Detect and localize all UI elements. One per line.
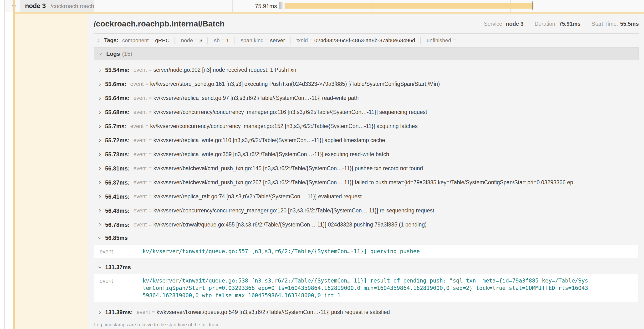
tag-key: node — [181, 38, 193, 44]
log-message: kv/kvserver/replica_write.go:359 [n3,s3,… — [153, 151, 639, 158]
log-message: kv/kvserver/txnwait/queue.go:549 [n3,s3,… — [156, 309, 639, 316]
log-message: kv/kvserver/replica_raft.go:74 [n3,s3,r6… — [153, 193, 639, 200]
log-field-key: event — [134, 151, 147, 158]
log-message: kv/kvserver/concurrency/concurrency_mana… — [150, 123, 639, 130]
log-message: kv/kvserver/replica_send.go:97 [n3,s3,r6… — [153, 95, 639, 101]
chevron-right-icon — [98, 82, 103, 86]
log-row[interactable]: 56.43ms: event = kv/kvserver/concurrency… — [94, 204, 639, 218]
log-message: kv/kvserver/batcheval/cmd_push_txn.go:26… — [153, 179, 639, 186]
equals-sign: = — [148, 67, 152, 73]
chevron-right-icon — [98, 96, 103, 100]
chevron-right-icon — [98, 152, 103, 157]
duration-label: Duration: — [534, 21, 557, 27]
chevron-right-icon — [98, 68, 103, 72]
logs-section-header[interactable]: Logs (15) — [94, 48, 639, 60]
chevron-right-icon — [98, 194, 103, 199]
log-timestamp: 55.54ms: — [105, 67, 130, 74]
chevron-right-icon — [98, 124, 103, 129]
span-detail-panel: /cockroach.roachpb.Internal/Batch Servic… — [88, 14, 644, 329]
log-row[interactable]: 55.73ms: event = kv/kvserver/replica_wri… — [94, 147, 639, 162]
log-field-key: event — [134, 109, 147, 116]
page-title: /cockroach.roachpb.Internal/Batch — [94, 19, 224, 28]
tag-value: 1 — [226, 38, 229, 44]
logs-title: Logs — [106, 50, 120, 57]
start-time-value: 55.5ms — [620, 21, 639, 27]
log-marker — [282, 2, 282, 9]
log-event-line: temConfigSpan/Start pri=0.03293366 epo=0… — [142, 284, 588, 292]
log-row[interactable]: 131.39ms: event = kv/kvserver/txnwait/qu… — [94, 305, 639, 319]
span-row[interactable]: 75.91ms node 3 /cockroach.roach… — [5, 0, 644, 12]
log-field-key: event — [134, 95, 147, 101]
tag-value: server — [270, 38, 285, 44]
detail-row-left-spacer — [15, 14, 88, 329]
chevron-down-icon — [98, 265, 103, 270]
start-time-label: Start Time: — [592, 21, 618, 27]
log-message: server/node.go:902 [n3] node received re… — [153, 67, 639, 73]
overview-service: Service: node 3 — [484, 21, 524, 27]
log-timestamp: 55.68ms: — [105, 109, 130, 116]
log-row[interactable]: 56.37ms: event = kv/kvserver/batcheval/c… — [94, 176, 639, 190]
log-event-line: kv/kvserver/txnwait/queue.go:557 [n3,s3,… — [142, 248, 420, 255]
logs-list: 55.54ms: event = server/node.go:902 [n3]… — [94, 60, 639, 319]
log-field-key: event — [97, 248, 142, 255]
tag-item: component = gRPC — [122, 38, 175, 44]
log-timestamp: 56.41ms: — [105, 193, 130, 200]
chevron-right-icon — [98, 110, 103, 115]
span-bar[interactable] — [284, 3, 534, 8]
chevron-right-icon — [98, 208, 103, 213]
log-field-key: event — [136, 309, 150, 316]
tag-key: unfinished — [427, 38, 451, 44]
log-row-expanded[interactable]: 131.37ms — [94, 261, 639, 274]
log-row[interactable]: 56.78ms: event = kv/kvserver/txnwait/que… — [94, 218, 639, 232]
log-timestamp: 56.85ms — [105, 234, 128, 241]
timeline-left-divider — [4, 0, 5, 329]
log-timestamp: 55.72ms: — [105, 137, 130, 144]
chevron-right-icon — [98, 138, 103, 143]
equals-sign: = — [310, 38, 313, 44]
log-row[interactable]: 56.41ms: event = kv/kvserver/replica_raf… — [94, 190, 639, 204]
log-timestamp: 131.39ms: — [105, 309, 133, 316]
equals-sign: = — [146, 81, 148, 87]
tag-key: sb — [214, 38, 220, 44]
log-event-line: 59864.162819000,0 wto=false max=16043598… — [142, 292, 588, 299]
log-row[interactable]: 56.31ms: event = kv/kvserver/batcheval/c… — [94, 162, 639, 176]
log-row[interactable]: 55.72ms: event = kv/kvserver/replica_wri… — [94, 133, 639, 147]
log-row[interactable]: 55.68ms: event = kv/kvserver/concurrency… — [94, 105, 639, 119]
log-timestamp: 56.31ms: — [105, 165, 130, 172]
equals-sign: = — [146, 123, 148, 130]
log-row-expanded[interactable]: 56.85ms — [94, 232, 639, 244]
log-field-key: event — [134, 222, 147, 228]
equals-sign: = — [195, 38, 198, 44]
log-marker — [285, 2, 285, 9]
overview-start-time: Start Time: 55.5ms — [586, 21, 639, 27]
log-field-key: event — [97, 277, 142, 299]
log-entry-expanded: 131.37ms event kv/kvserver/txnwait/queue… — [94, 261, 639, 302]
log-field-key: event — [130, 81, 144, 87]
log-timestamp: 55.73ms: — [105, 151, 130, 158]
tag-item: unfinished = — [427, 38, 458, 44]
span-name-cell[interactable]: node 3 /cockroach.roach… — [20, 0, 94, 12]
log-field-key: event — [134, 67, 147, 73]
chevron-down-icon — [98, 236, 103, 240]
service-value: node 3 — [506, 21, 524, 27]
log-field-key: event — [130, 123, 144, 130]
log-marker — [284, 2, 284, 9]
chevron-right-icon — [98, 166, 103, 171]
log-row[interactable]: 55.64ms: event = kv/kvserver/replica_sen… — [94, 91, 639, 105]
tags-row[interactable]: Tags: component = gRPC node = 3 sb = 1 s… — [94, 34, 639, 46]
equals-sign: = — [148, 165, 152, 172]
equals-sign: = — [148, 208, 152, 214]
detail-row-top-accent — [13, 12, 644, 14]
log-marker — [279, 2, 280, 9]
tag-item: span.kind = server — [241, 38, 290, 44]
log-timestamp: 131.37ms — [105, 264, 131, 270]
logs-footer-note: Log timestamps are relative to the start… — [94, 319, 639, 328]
log-field-value: kv/kvserver/txnwait/queue.go:557 [n3,s3,… — [142, 248, 420, 255]
log-row[interactable]: 55.54ms: event = server/node.go:902 [n3]… — [94, 63, 639, 77]
log-row[interactable]: 55.6ms: event = kv/kvserver/store_send.g… — [94, 77, 639, 91]
equals-sign: = — [148, 95, 152, 101]
log-marker-end — [532, 2, 533, 10]
log-row[interactable]: 55.7ms: event = kv/kvserver/concurrency/… — [94, 119, 639, 133]
chevron-right-icon — [98, 180, 103, 185]
chevron-right-icon — [96, 38, 101, 43]
